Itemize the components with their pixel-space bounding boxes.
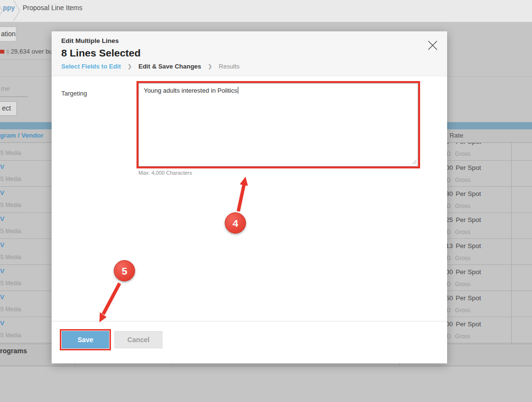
rate-cell: 00 Per Spot	[446, 268, 481, 276]
step-edit-save: Edit & Save Changes	[138, 63, 201, 70]
table-footer-label: rograms	[0, 347, 27, 355]
save-button[interactable]: Save	[62, 331, 109, 348]
step-results: Results	[219, 63, 240, 70]
column-header-rate[interactable]: Rate	[450, 132, 464, 139]
annotation-badge-5: 5	[114, 260, 135, 281]
vendor-link[interactable]: V	[0, 215, 4, 222]
chevron-right-icon: ❯	[208, 63, 212, 69]
targeting-textarea[interactable]: Young adults interested in Politics	[138, 83, 418, 166]
app-root: ppy Proposal Line Items ation $29,634 ov…	[0, 0, 532, 402]
vendor-media-sub: S Media	[0, 202, 21, 208]
filter-button-partial[interactable]: ect	[0, 101, 17, 116]
amount-type: Gross	[453, 333, 470, 340]
vendor-media-sub: S Media	[0, 176, 21, 182]
rate-unit: Per Spot	[454, 242, 481, 250]
over-budget-icon	[0, 50, 4, 54]
vendor-link[interactable]: V	[0, 241, 4, 249]
breadcrumb: ppy Proposal Line Items	[0, 0, 532, 22]
vendor-media-sub: S Media	[0, 280, 21, 287]
vendor-media-sub: S Media	[0, 332, 21, 339]
rate-unit: Per Spot	[454, 320, 481, 328]
vendor-link[interactable]: V	[0, 293, 4, 301]
textarea-resize-handle[interactable]	[411, 159, 417, 165]
breadcrumb-chevron-icon	[13, 0, 22, 22]
modal-footer-divider	[52, 321, 447, 321]
amount-type: Gross	[453, 151, 470, 157]
rate-unit: Per Spot	[454, 268, 481, 276]
amount-type: Gross	[453, 281, 470, 288]
rate-unit: Per Spot	[454, 190, 481, 197]
column-header-program-vendor[interactable]: gram / Vendor	[0, 132, 43, 139]
close-icon[interactable]	[427, 40, 438, 51]
annotation-badge-4: 4	[225, 212, 246, 234]
vendor-media-sub: S Media	[0, 228, 21, 235]
vendor-media-sub: S Media	[0, 306, 21, 313]
text-caret	[238, 87, 238, 94]
budget-warning: $29,634 over bu	[0, 47, 52, 56]
vendor-media-sub: S Media	[0, 150, 21, 156]
amount-type: Gross	[453, 229, 470, 236]
breadcrumb-current: Proposal Line Items	[23, 4, 82, 12]
amount-type: Gross	[453, 255, 470, 262]
vendor-link[interactable]: V	[0, 189, 4, 196]
cancel-button[interactable]: Cancel	[114, 331, 163, 348]
toolbar-divider	[0, 59, 52, 60]
vendor-link[interactable]: V	[0, 319, 4, 327]
rate-unit: Per Spot	[454, 164, 481, 171]
toolbar-button-partial[interactable]: ation	[0, 27, 16, 42]
amount-type: Gross	[453, 307, 470, 314]
rate-unit: Per Spot	[454, 216, 481, 223]
amount-type: Gross	[453, 203, 470, 209]
column-divider	[511, 129, 512, 366]
rate-unit: Per Spot	[454, 294, 481, 302]
rate-cell: 00 Per Spot	[446, 320, 481, 328]
rate-cell: 00 Per Spot	[446, 164, 481, 171]
amount-type: Gross	[453, 177, 470, 183]
vendor-link[interactable]: V	[0, 267, 4, 275]
edit-multiple-lines-modal: Edit Multiple Lines 8 Lines Selected Sel…	[52, 31, 447, 363]
modal-subtitle: 8 Lines Selected	[61, 47, 141, 59]
currency-symbol: $	[6, 49, 9, 55]
rate-cell: 50 Per Spot	[446, 294, 481, 302]
rate-cell: 25 Per Spot	[446, 216, 481, 223]
vendor-link[interactable]: V	[0, 163, 4, 170]
budget-warning-text: 29,634 over bu	[11, 48, 52, 55]
wizard-steps: Select Fields to Edit ❯ Edit & Save Chan…	[61, 63, 240, 70]
max-characters-hint: Max: 4,000 Characters	[138, 170, 192, 176]
modal-title: Edit Multiple Lines	[61, 37, 119, 44]
chevron-right-icon: ❯	[127, 63, 132, 69]
step-select-fields[interactable]: Select Fields to Edit	[61, 63, 121, 70]
filter-name-input[interactable]: me	[0, 85, 28, 97]
targeting-text: Young adults interested in Politics	[144, 87, 237, 94]
rate-cell: 13 Per Spot	[446, 242, 481, 250]
targeting-field-label: Targeting	[61, 90, 87, 97]
rate-cell: 30 Per Spot	[446, 190, 481, 197]
vendor-media-sub: S Media	[0, 254, 21, 261]
table-bottom-edge	[0, 366, 532, 366]
